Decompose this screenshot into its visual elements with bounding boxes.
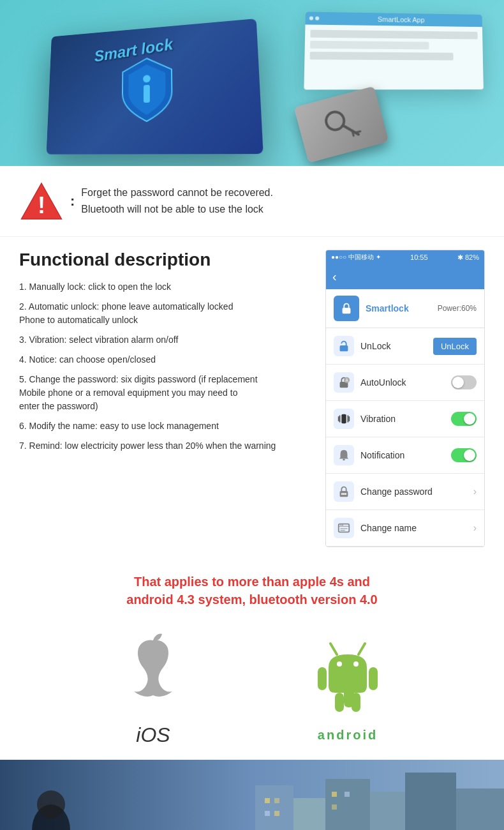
- phone-mockup: ●●○○ 中国移动 ✦ 10:55 ✱ 82% ‹ Smartlock Powe…: [325, 250, 485, 547]
- svg-rect-50: [332, 804, 337, 810]
- svg-rect-36: [352, 693, 360, 712]
- compat-title-line1: That applies to more than apple 4s and: [134, 575, 370, 589]
- apple-logo-icon: [115, 628, 191, 717]
- menu-item-autounlock: A AutoUnlock: [326, 365, 484, 401]
- lock-icon: [339, 301, 353, 315]
- functional-item-1: 1. Manually lock: click to open the lock: [19, 280, 313, 294]
- svg-rect-34: [369, 667, 378, 690]
- compat-title: That applies to more than apple 4s and a…: [19, 573, 485, 608]
- notification-toggle[interactable]: [451, 448, 477, 462]
- svg-rect-33: [318, 667, 327, 690]
- key-icon: [318, 101, 364, 147]
- menu-item-notification: Notification: [326, 437, 484, 474]
- svg-point-29: [337, 661, 342, 667]
- background-buildings: [0, 760, 504, 830]
- chevron-right-icon-name: ›: [473, 522, 477, 534]
- svg-rect-35: [335, 693, 344, 712]
- phone-back-button[interactable]: ‹: [332, 269, 337, 284]
- phone-battery: ✱ 82%: [457, 253, 479, 262]
- name-icon: [334, 518, 354, 538]
- android-logo-icon: [306, 632, 389, 721]
- bar-dot-1: [309, 17, 313, 20]
- phone-device-row: Smartlock Power:60%: [326, 289, 484, 328]
- bottom-photo-section: Still in for Lost my keys, did not carry: [0, 760, 504, 830]
- menu-label-password: Change password: [360, 487, 473, 497]
- android-logo: ANDROID: [306, 632, 389, 743]
- menu-item-name[interactable]: Change name ›: [326, 510, 484, 547]
- smartlock-card: Smart lock: [47, 19, 263, 155]
- vibration-icon-svg: [337, 412, 351, 426]
- functional-item-3: 3. Vibration: select vibration alarm on/…: [19, 333, 313, 347]
- vibration-toggle[interactable]: [451, 412, 477, 426]
- svg-point-22: [345, 493, 346, 495]
- device-info: Smartlock: [366, 303, 438, 313]
- svg-rect-38: [255, 785, 293, 830]
- menu-label-autounlock: AutoUnlock: [360, 377, 451, 388]
- warning-colon: :: [70, 193, 75, 209]
- svg-point-25: [341, 525, 342, 526]
- device-icon: [334, 296, 359, 321]
- svg-text:A: A: [345, 378, 348, 382]
- svg-rect-47: [274, 811, 279, 816]
- svg-rect-48: [332, 792, 337, 797]
- svg-rect-9: [340, 345, 348, 351]
- hero-card-line3: [310, 52, 454, 60]
- name-icon-svg: [337, 521, 351, 535]
- lock-open-icon: [334, 336, 354, 356]
- hero-card-line2: [310, 41, 429, 50]
- svg-point-2: [324, 110, 346, 132]
- svg-rect-41: [370, 792, 405, 830]
- android-label: ANDROID: [318, 728, 378, 743]
- svg-rect-18: [343, 459, 345, 461]
- svg-line-4: [352, 131, 353, 136]
- unlock-button[interactable]: UnLock: [433, 338, 477, 355]
- menu-item-vibration: Vibration: [326, 401, 484, 437]
- svg-rect-8: [343, 308, 351, 313]
- hero-phone-card: SmartLock App: [304, 11, 484, 89]
- svg-rect-23: [339, 524, 350, 532]
- hero-card-content: [304, 24, 483, 65]
- phone-signal: ●●○○ 中国移动 ✦: [331, 253, 381, 262]
- svg-point-30: [353, 661, 359, 667]
- svg-point-20: [341, 493, 343, 495]
- menu-item-password[interactable]: Change password ›: [326, 474, 484, 510]
- device-name: Smartlock: [366, 303, 438, 313]
- bar-dot-2: [315, 17, 319, 20]
- unlock-icon-svg: [337, 339, 351, 353]
- notification-icon: [334, 445, 354, 465]
- warning-triangle-icon: !: [19, 179, 64, 223]
- device-power: Power:60%: [438, 304, 477, 313]
- functional-item-5: 5. Change the password: six digits passw…: [19, 373, 313, 413]
- svg-rect-1: [144, 85, 150, 103]
- functional-item-2: 2. Automatic unlock: phone leave automat…: [19, 300, 313, 327]
- vibration-icon: [334, 409, 354, 429]
- hero-section: Smart lock SmartLock App: [0, 0, 504, 166]
- functional-title: Functional description: [19, 250, 313, 270]
- password-icon: [334, 481, 354, 502]
- warning-line1: Forget the password cannot be recovered.: [81, 185, 273, 201]
- compatibility-section: That applies to more than apple 4s and a…: [0, 560, 504, 760]
- auto-lock-icon: A: [334, 372, 354, 393]
- functional-left: Functional description 1. Manually lock:…: [19, 250, 313, 547]
- autounlock-icon-svg: A: [337, 375, 351, 389]
- ios-logo: iOS: [115, 628, 191, 747]
- chevron-right-icon-password: ›: [473, 486, 477, 497]
- svg-text:!: !: [38, 192, 45, 218]
- svg-rect-49: [345, 792, 350, 797]
- phone-status-bar: ●●○○ 中国移动 ✦ 10:55 ✱ 82%: [326, 250, 484, 264]
- functional-item-7: 7. Remind: low electricity power less th…: [19, 439, 313, 453]
- svg-rect-42: [405, 773, 456, 830]
- svg-point-52: [37, 790, 65, 819]
- svg-line-32: [359, 644, 365, 654]
- password-icon-svg: [337, 485, 351, 499]
- menu-label-name: Change name: [360, 523, 473, 533]
- compat-logos: iOS ANDROID: [19, 628, 485, 747]
- svg-rect-46: [265, 811, 270, 816]
- warning-section: ! : Forget the password cannot be recove…: [0, 166, 504, 237]
- functional-item-4: 4. Notice: can choose open/closed: [19, 353, 313, 366]
- svg-rect-13: [341, 414, 346, 424]
- autounlock-toggle[interactable]: [451, 375, 477, 389]
- svg-line-31: [330, 644, 337, 654]
- svg-rect-39: [293, 798, 325, 830]
- svg-rect-44: [265, 798, 270, 803]
